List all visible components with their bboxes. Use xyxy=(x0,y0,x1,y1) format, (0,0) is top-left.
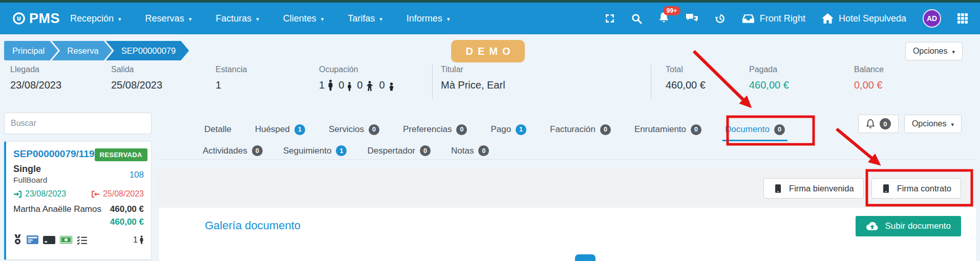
salida-label: Salida xyxy=(111,65,216,74)
gallery-title: Galería documento xyxy=(205,219,301,232)
tab-servicios[interactable]: Servicios0 xyxy=(317,117,391,142)
tab-count-badge: 0 xyxy=(478,145,489,156)
tab-label: Enrutamiento xyxy=(634,124,686,135)
tab-toolbar: 0 Opciones ▾ xyxy=(858,115,962,133)
workstation-selector[interactable]: Front Right xyxy=(742,13,805,24)
tab-count-badge: 0 xyxy=(252,145,263,156)
search-input[interactable] xyxy=(4,113,152,134)
firma-contrato-button[interactable]: Firma contrato xyxy=(871,178,961,199)
occupants-count: 1 xyxy=(133,235,138,245)
tab-label: Preferencias xyxy=(403,124,452,135)
tab-label: Huésped xyxy=(255,124,290,135)
cloud-upload-icon xyxy=(866,222,879,231)
estancia-label: Estancia xyxy=(216,65,319,74)
total-value: 460,00 € xyxy=(666,79,749,91)
tab-label: Seguimiento xyxy=(283,146,332,156)
person-baby-icon xyxy=(388,82,395,91)
tab-actividades[interactable]: Actividades0 xyxy=(193,142,273,159)
ocupacion-count: 0 xyxy=(379,79,385,91)
tablet-icon xyxy=(881,184,891,193)
summary-llegada: Llegada 23/08/2023 xyxy=(10,65,111,99)
pagada-value: 460,00 € xyxy=(749,79,854,91)
tablet-icon xyxy=(773,184,783,193)
fullscreen-icon[interactable] xyxy=(605,13,615,24)
alerts-button[interactable]: 0 xyxy=(858,115,899,133)
tab-huesped[interactable]: Huésped1 xyxy=(243,117,317,142)
chevron-down-icon: ▾ xyxy=(379,16,382,22)
menu-item-informes[interactable]: Informes▾ xyxy=(407,13,450,24)
toolbar-options-button[interactable]: Opciones ▾ xyxy=(904,115,962,133)
tab-count-badge: 1 xyxy=(336,145,347,156)
tab-label: Detalle xyxy=(204,124,231,135)
apps-grid-icon[interactable] xyxy=(957,13,968,24)
search-icon[interactable] xyxy=(631,13,642,24)
upload-document-button[interactable]: Subir documento xyxy=(856,216,961,236)
pagada-label: Pagada xyxy=(749,65,854,74)
tab-notas[interactable]: Notas0 xyxy=(441,142,499,159)
checkout-icon xyxy=(91,190,100,199)
reservation-reference[interactable]: SEP00000079/119 xyxy=(13,148,95,160)
summary-salida: Salida 25/08/2023 xyxy=(111,65,216,99)
breadcrumb-item-principal[interactable]: Principal xyxy=(4,41,58,60)
history-icon[interactable] xyxy=(715,13,726,24)
menu-item-recepcion[interactable]: Recepción▾ xyxy=(70,13,121,24)
llegada-value: 23/08/2023 xyxy=(10,79,111,91)
tab-count-badge: 0 xyxy=(774,124,785,135)
tab-label: Pago xyxy=(491,124,511,135)
breadcrumb-item-sep00000079[interactable]: SEP00000079 xyxy=(106,41,189,60)
user-avatar[interactable]: AD xyxy=(923,9,941,28)
top-navbar: PMS Recepción▾Reservas▾Facturas▾Clientes… xyxy=(0,3,980,34)
hotel-selector[interactable]: Hotel Sepulveda xyxy=(822,13,906,24)
tab-pago[interactable]: Pago1 xyxy=(479,117,538,142)
reservation-list-item[interactable]: SEP00000079/119 RESERVADA Single FullBoa… xyxy=(4,141,152,260)
reservation-summary-bar: Llegada 23/08/2023 Salida 25/08/2023 Est… xyxy=(10,65,970,99)
person-icon xyxy=(139,235,144,244)
chevron-down-icon: ▾ xyxy=(447,16,450,22)
firma-bienvenida-button[interactable]: Firma bienvenida xyxy=(763,178,864,199)
ocupacion-label: Ocupación xyxy=(319,65,432,74)
tab-preferencias[interactable]: Preferencias0 xyxy=(391,117,479,142)
menu-item-reservas[interactable]: Reservas▾ xyxy=(145,13,192,24)
chevron-down-icon: ▾ xyxy=(321,16,324,22)
summary-titular: Titular Mà Price, Earl xyxy=(433,65,651,99)
hotel-name-label: Hotel Sepulveda xyxy=(839,13,906,24)
status-badge: RESERVADA xyxy=(95,148,147,161)
header-options-button[interactable]: Opciones ▾ xyxy=(905,42,963,60)
tab-despertador[interactable]: Despertador0 xyxy=(357,142,441,159)
tab-label: Actividades xyxy=(203,146,247,156)
tab-facturacion[interactable]: Facturación0 xyxy=(538,117,623,142)
tab-documento[interactable]: Documento0 xyxy=(713,117,797,142)
scroll-indicator xyxy=(575,254,595,261)
llegada-label: Llegada xyxy=(10,65,111,74)
app-logo[interactable]: PMS xyxy=(12,11,60,27)
toolbar-options-label: Opciones xyxy=(912,119,947,128)
inbox-icon xyxy=(742,14,755,24)
chevron-down-icon: ▾ xyxy=(256,16,259,22)
keycard-icon xyxy=(43,236,55,244)
menu-item-clientes[interactable]: Clientes▾ xyxy=(283,13,324,24)
menu-item-tarifas[interactable]: Tarifas▾ xyxy=(348,13,382,24)
notifications-button[interactable]: 99+ xyxy=(658,12,669,25)
upload-document-label: Subir documento xyxy=(885,221,951,231)
tab-label: Notas xyxy=(451,146,474,156)
breadcrumb-item-reserva[interactable]: Reserva xyxy=(52,41,112,60)
chat-icon[interactable] xyxy=(686,13,698,24)
tab-detalle[interactable]: Detalle xyxy=(193,117,243,142)
card-occupants: 1 xyxy=(133,235,144,245)
ocupacion-counts: 1000 xyxy=(319,79,432,91)
menu-item-label: Reservas xyxy=(145,13,184,24)
person-adult-icon xyxy=(328,79,333,91)
firma-contrato-label: Firma contrato xyxy=(897,184,951,193)
tab-enrutamiento[interactable]: Enrutamiento0 xyxy=(623,117,713,142)
menu-item-label: Tarifas xyxy=(348,13,375,24)
ocupacion-count: 1 xyxy=(319,79,325,91)
chevron-down-icon: ▾ xyxy=(951,122,954,127)
alerts-count-badge: 0 xyxy=(880,118,891,129)
tab-seguimiento[interactable]: Seguimiento1 xyxy=(273,142,357,159)
chevron-down-icon: ▾ xyxy=(118,16,121,22)
menu-item-label: Recepción xyxy=(70,13,114,24)
ocupacion-count: 0 xyxy=(338,79,344,91)
medal-icon xyxy=(13,234,22,245)
tab-label: Despertador xyxy=(367,146,415,156)
menu-item-facturas[interactable]: Facturas▾ xyxy=(216,13,259,24)
